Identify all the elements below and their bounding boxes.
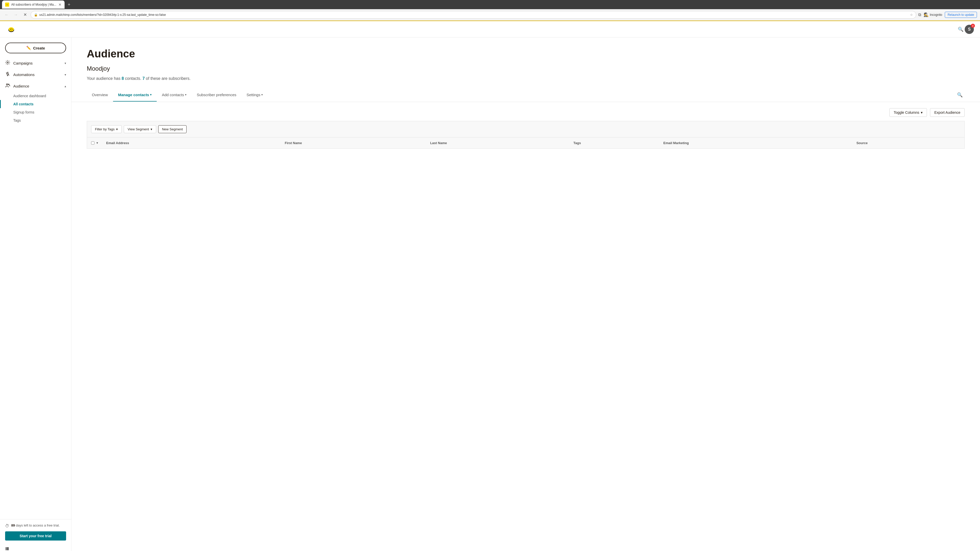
tab-favicon bbox=[5, 3, 9, 6]
filter-chevron: ▾ bbox=[116, 127, 118, 131]
all-contacts-label: All contacts bbox=[13, 102, 33, 106]
bookmark-icon[interactable]: ☆ bbox=[910, 13, 913, 17]
tab-subscriber-preferences[interactable]: Subscriber preferences bbox=[192, 89, 242, 102]
svg-point-0 bbox=[6, 3, 8, 6]
sidebar-item-audience-dashboard[interactable]: Audience dashboard bbox=[0, 92, 71, 100]
extensions-icon[interactable]: ⧉ bbox=[918, 13, 921, 17]
tab-add-contacts[interactable]: Add contacts ▾ bbox=[157, 89, 192, 102]
incognito-icon: 🕵 bbox=[924, 12, 929, 17]
audience-dashboard-label: Audience dashboard bbox=[13, 94, 46, 98]
svg-point-5 bbox=[10, 29, 11, 30]
automations-label: Automations bbox=[13, 73, 65, 77]
settings-chevron: ▾ bbox=[261, 93, 263, 97]
table-th-email-marketing[interactable]: Email Marketing bbox=[659, 138, 852, 149]
active-tab[interactable]: All subscribers of Moodjoy | Ma... ✕ bbox=[2, 0, 65, 9]
table-th-first-name[interactable]: First Name bbox=[281, 138, 426, 149]
incognito-label: Incognito bbox=[930, 13, 942, 17]
column-email-marketing-label: Email Marketing bbox=[663, 141, 689, 145]
subscribers-count: 7 bbox=[142, 76, 145, 81]
add-contacts-chevron: ▾ bbox=[185, 93, 186, 97]
toggle-columns-button[interactable]: Toggle Columns ▾ bbox=[889, 108, 927, 117]
tags-label: Tags bbox=[13, 118, 21, 122]
select-all-checkbox[interactable] bbox=[91, 141, 94, 144]
table-th-tags[interactable]: Tags bbox=[570, 138, 659, 149]
reload-button[interactable]: ✕ bbox=[21, 11, 29, 18]
page-header: Audience Moodjoy Your audience has 8 con… bbox=[72, 38, 980, 88]
sidebar-item-signup-forms[interactable]: Signup forms bbox=[0, 108, 71, 116]
tab-settings-label: Settings bbox=[247, 93, 260, 97]
relaunch-button[interactable]: Relaunch to update bbox=[945, 12, 977, 18]
sidebar-collapse-icon[interactable] bbox=[5, 547, 9, 551]
svg-point-10 bbox=[8, 84, 9, 85]
trial-text: 89 days left to access a free trial. bbox=[11, 524, 60, 527]
svg-point-9 bbox=[6, 84, 8, 85]
table-th-source[interactable]: Source bbox=[853, 138, 965, 149]
header-search-button[interactable]: 🔍 bbox=[956, 25, 965, 33]
url-text: us21.admin.mailchimp.com/lists/members/?… bbox=[39, 13, 908, 17]
sidebar-item-audience[interactable]: Audience ▴ bbox=[0, 80, 71, 92]
stats-prefix: Your audience has bbox=[87, 76, 121, 81]
app-container: ✏️ Create Campaigns ▾ Automations ▾ Audi… bbox=[0, 38, 980, 551]
column-source-label: Source bbox=[856, 141, 868, 145]
svg-rect-12 bbox=[7, 547, 9, 550]
tab-search-button[interactable]: 🔍 bbox=[955, 88, 965, 102]
table-th-email[interactable]: Email Address bbox=[102, 138, 281, 149]
page-title: Audience bbox=[87, 48, 965, 60]
svg-point-8 bbox=[7, 73, 9, 75]
svg-point-6 bbox=[12, 29, 12, 30]
trial-section: ⏱ 89 days left to access a free trial. S… bbox=[0, 519, 71, 545]
create-button[interactable]: ✏️ Create bbox=[5, 43, 66, 53]
tab-add-contacts-label: Add contacts bbox=[162, 93, 184, 97]
manage-contacts-chevron: ▾ bbox=[150, 93, 151, 97]
sort-chevron[interactable]: ▾ bbox=[97, 141, 98, 144]
new-segment-button[interactable]: New Segment bbox=[158, 125, 187, 133]
stats-middle: contacts. bbox=[124, 76, 142, 81]
view-segment-button[interactable]: View Segment ▾ bbox=[124, 125, 156, 133]
table-th-last-name[interactable]: Last Name bbox=[426, 138, 569, 149]
sidebar-item-all-contacts[interactable]: All contacts bbox=[0, 100, 71, 108]
mailchimp-logo[interactable] bbox=[6, 24, 16, 35]
clock-icon: ⏱ bbox=[5, 524, 9, 528]
filter-by-tags-label: Filter by Tags bbox=[95, 127, 115, 131]
main-content: Audience Moodjoy Your audience has 8 con… bbox=[72, 38, 980, 551]
pencil-icon: ✏️ bbox=[26, 46, 31, 50]
sidebar-bottom-icon bbox=[0, 545, 71, 551]
column-first-name-label: First Name bbox=[285, 141, 302, 145]
segment-toolbar: Filter by Tags ▾ View Segment ▾ New Segm… bbox=[87, 121, 965, 137]
user-avatar[interactable]: S 2 bbox=[965, 25, 974, 34]
filter-by-tags-button[interactable]: Filter by Tags ▾ bbox=[91, 125, 122, 133]
tab-manage-contacts[interactable]: Manage contacts ▾ bbox=[113, 89, 157, 102]
audience-stats: Your audience has 8 contacts. 7 of these… bbox=[87, 76, 965, 81]
contacts-count: 8 bbox=[121, 76, 124, 81]
sidebar-item-campaigns[interactable]: Campaigns ▾ bbox=[0, 57, 71, 69]
sidebar-item-tags[interactable]: Tags bbox=[0, 116, 71, 124]
stats-suffix: of these are subscribers. bbox=[145, 76, 191, 81]
campaigns-label: Campaigns bbox=[13, 61, 65, 65]
audience-name: Moodjoy bbox=[87, 65, 965, 72]
back-button[interactable]: ← bbox=[3, 11, 10, 18]
automations-icon bbox=[5, 71, 10, 78]
view-segment-chevron: ▾ bbox=[151, 127, 152, 131]
tab-settings[interactable]: Settings ▾ bbox=[242, 89, 268, 102]
content-toolbar: Toggle Columns ▾ Export Audience bbox=[87, 108, 965, 117]
browser-toolbar: ← → ✕ 🔒 us21.admin.mailchimp.com/lists/m… bbox=[0, 9, 980, 21]
export-audience-button[interactable]: Export Audience bbox=[930, 108, 965, 117]
content-area: Toggle Columns ▾ Export Audience Filter … bbox=[72, 102, 980, 155]
new-tab-button[interactable]: + bbox=[65, 1, 73, 8]
incognito-indicator: 🕵 Incognito bbox=[924, 12, 942, 17]
start-trial-button[interactable]: Start your free trial bbox=[5, 531, 66, 540]
tab-overview-label: Overview bbox=[92, 93, 108, 97]
trial-days: 89 bbox=[11, 524, 15, 527]
audience-chevron: ▴ bbox=[65, 84, 66, 88]
tab-close-button[interactable]: ✕ bbox=[59, 3, 62, 6]
app-header: 🔍 S 2 bbox=[0, 21, 980, 38]
tab-manage-contacts-label: Manage contacts bbox=[118, 93, 149, 97]
forward-button[interactable]: → bbox=[12, 11, 19, 18]
signup-forms-label: Signup forms bbox=[13, 110, 34, 114]
tab-overview[interactable]: Overview bbox=[87, 89, 113, 102]
url-bar[interactable]: 🔒 us21.admin.mailchimp.com/lists/members… bbox=[30, 11, 916, 19]
column-email-label: Email Address bbox=[106, 141, 129, 145]
sidebar-item-automations[interactable]: Automations ▾ bbox=[0, 69, 71, 80]
campaigns-icon bbox=[5, 60, 10, 66]
avatar-initial: S bbox=[968, 27, 971, 32]
